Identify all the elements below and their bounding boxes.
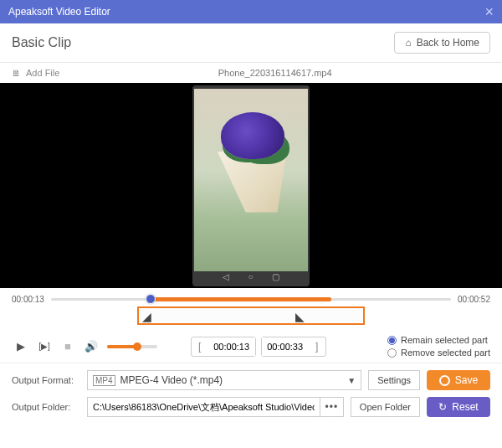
back-to-home-label: Back to Home — [417, 37, 479, 49]
clip-range-row: ◢ ◣ — [0, 306, 502, 330]
radio-icon — [387, 348, 397, 358]
remain-label: Remain selected part — [401, 335, 488, 345]
save-button[interactable]: Save — [427, 370, 490, 390]
remain-selected-radio[interactable]: Remain selected part — [387, 335, 490, 345]
phone-nav-bar: ◁ ○ ▢ — [194, 271, 308, 283]
clip-mode-group: Remain selected part Remove selected par… — [387, 335, 490, 358]
output-format-row: Output Format: MP4 MPEG-4 Video (*.mp4) … — [12, 370, 490, 390]
nav-home-icon: ○ — [248, 272, 253, 281]
controls-row: ▶ [▶] ■ 🔊 [ ] Remain selected part Remov… — [0, 330, 502, 363]
remove-label: Remove selected part — [401, 348, 490, 358]
footer: Output Format: MP4 MPEG-4 Video (*.mp4) … — [0, 363, 502, 424]
radio-icon — [387, 336, 397, 345]
clip-end-marker-icon[interactable]: ◣ — [295, 310, 305, 323]
add-file-label: Add File — [26, 68, 59, 78]
settings-button[interactable]: Settings — [368, 370, 420, 390]
chevron-down-icon: ▼ — [347, 376, 356, 385]
volume-icon[interactable]: 🔊 — [82, 337, 100, 356]
time-current: 00:00:13 — [12, 295, 44, 304]
nav-back-icon: ◁ — [223, 272, 229, 281]
current-filename: Phone_220316114617.mp4 — [218, 68, 332, 78]
video-preview: ◁ ○ ▢ — [0, 83, 502, 288]
output-folder-box: ••• — [87, 397, 344, 417]
video-content — [194, 89, 308, 271]
format-type-icon: MP4 — [93, 375, 115, 386]
clip-start-marker-icon[interactable]: ◢ — [142, 310, 151, 323]
page-title: Basic Clip — [12, 35, 71, 50]
file-icon: 🗎 — [12, 68, 21, 78]
app-title: Apeaksoft Video Editor — [8, 6, 110, 18]
step-button[interactable]: [▶] — [35, 337, 54, 356]
nav-recent-icon: ▢ — [272, 272, 279, 281]
output-format-value: MPEG-4 Video (*.mp4) — [120, 374, 223, 386]
open-folder-button[interactable]: Open Folder — [351, 397, 420, 417]
title-bar: Apeaksoft Video Editor × — [0, 0, 502, 23]
output-format-label: Output Format: — [12, 375, 80, 385]
clip-end-box: ] — [261, 337, 326, 357]
time-total: 00:00:52 — [458, 295, 490, 304]
clip-start-box: [ — [191, 337, 256, 357]
volume-slider[interactable] — [107, 345, 157, 348]
file-bar: 🗎 Add File Phone_220316114617.mp4 — [0, 63, 502, 83]
check-circle-icon — [439, 375, 450, 386]
volume-knob[interactable] — [133, 342, 141, 351]
set-start-bracket-icon[interactable]: [ — [192, 341, 208, 353]
bouquet-image — [213, 112, 293, 213]
output-folder-input[interactable] — [88, 398, 320, 416]
seek-thumb[interactable] — [146, 294, 156, 304]
stop-button[interactable]: ■ — [59, 337, 77, 356]
add-file-button[interactable]: 🗎 Add File — [12, 68, 59, 78]
output-folder-label: Output Folder: — [12, 402, 80, 412]
reset-icon: ↻ — [438, 401, 447, 413]
save-label: Save — [455, 374, 478, 386]
clip-time-boxes: [ ] — [191, 337, 326, 357]
set-end-bracket-icon[interactable]: ] — [309, 341, 325, 353]
reset-button[interactable]: ↻ Reset — [427, 397, 490, 417]
reset-label: Reset — [452, 401, 478, 413]
output-format-select[interactable]: MP4 MPEG-4 Video (*.mp4) ▼ — [87, 370, 361, 390]
play-button[interactable]: ▶ — [12, 337, 30, 356]
output-folder-row: Output Folder: ••• Open Folder ↻ Reset — [12, 397, 490, 417]
browse-folder-button[interactable]: ••• — [320, 398, 343, 416]
close-icon[interactable]: × — [484, 3, 494, 21]
phone-frame: ◁ ○ ▢ — [192, 85, 310, 286]
clip-range-bar[interactable]: ◢ ◣ — [137, 306, 365, 325]
seek-slider[interactable] — [51, 293, 451, 305]
home-icon: ⌂ — [405, 37, 411, 49]
clip-end-input[interactable] — [262, 337, 309, 356]
remove-selected-radio[interactable]: Remove selected part — [387, 348, 490, 358]
clip-start-input[interactable] — [208, 337, 255, 356]
header: Basic Clip ⌂ Back to Home — [0, 23, 502, 63]
back-to-home-button[interactable]: ⌂ Back to Home — [394, 32, 490, 54]
timeline-row: 00:00:13 00:00:52 — [0, 288, 502, 306]
